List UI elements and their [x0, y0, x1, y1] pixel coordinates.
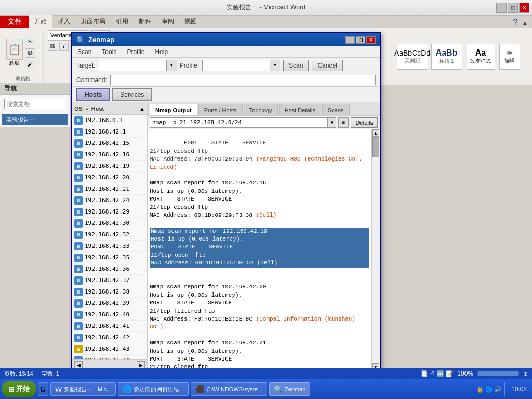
menu-help[interactable]: Help [152, 47, 171, 57]
host-ip-label: 192.168.42.42 [85, 334, 129, 341]
word-tab-review[interactable]: 审阅 [156, 15, 179, 28]
list-item[interactable]: 🖥 192.168.42.20 [72, 172, 147, 183]
menu-tools[interactable]: Tools [99, 47, 119, 57]
hosts-button[interactable]: Hosts [76, 88, 110, 101]
list-item[interactable]: 🖥 192.168.42.35 [72, 252, 147, 263]
taskbar-cmd-btn[interactable]: ⬛ C:\WINDOWS\syste... [191, 382, 267, 396]
tab-ports-hosts[interactable]: Ports / Hosts [198, 104, 243, 115]
host-list-scroll-up[interactable]: ▲ [139, 105, 145, 112]
tab-scans[interactable]: Scans [322, 104, 350, 115]
format-painter-btn[interactable]: 🖌 [25, 60, 35, 69]
taskbar-show-desktop[interactable]: 🖥 [38, 382, 48, 396]
profile-dropdown-arrow[interactable]: ▼ [270, 60, 280, 71]
profile-input[interactable] [202, 60, 280, 71]
style-normal[interactable]: AaBbCcDd 无间距 [397, 44, 428, 70]
zenmap-minimize-btn[interactable]: _ [345, 36, 355, 44]
cancel-button[interactable]: Cancel [312, 60, 342, 71]
tab-host-details[interactable]: Host Details [279, 104, 321, 115]
list-item[interactable]: 🖥 192.168.42.36 [72, 263, 147, 275]
taskbar-ie-btn[interactable]: 🌐 您访问的网页出错... [118, 382, 189, 396]
word-taskbar-icon: W [55, 385, 62, 393]
paste-btn[interactable]: 📋 粘贴 [6, 39, 23, 67]
scan-button[interactable]: Scan [283, 60, 309, 71]
cut-btn[interactable]: ✂ [25, 37, 35, 46]
list-item[interactable]: 🖥 192.168.42.43 [72, 343, 147, 355]
word-tab-mail[interactable]: 邮件 [134, 15, 156, 28]
taskbar-zenmap-label: Zenmap [285, 386, 305, 392]
italic-btn[interactable]: I [59, 42, 69, 51]
edit-btn[interactable]: ✏ 编辑 [499, 44, 520, 70]
menu-profile[interactable]: Profile [124, 47, 148, 57]
nav-tree-item-report[interactable]: 实验报告一 [2, 114, 68, 125]
list-item[interactable]: 🖥 192.168.42.29 [72, 206, 147, 218]
zenmap-maximize-btn[interactable]: ◻ [356, 36, 365, 44]
list-item[interactable]: 🖥 192.168.42.21 [72, 183, 147, 195]
nmap-output-text[interactable]: PORT STATE SERVICE 21/tcp closed ftp MAC… [148, 129, 371, 370]
list-item[interactable]: 🖥 192.168.42.42 [72, 332, 147, 343]
word-tab-insert[interactable]: 插入 [52, 15, 75, 28]
word-tab-refs[interactable]: 引用 [111, 15, 134, 28]
list-item[interactable]: 🖥 192.168.0.1 [72, 115, 147, 126]
taskbar-zenmap-btn[interactable]: 🔍 Zenmap [269, 382, 310, 396]
zoom-slider[interactable] [477, 371, 519, 376]
copy-btn[interactable]: ⧉ [25, 48, 35, 58]
list-item[interactable]: 🖥 192.168.42.19 [72, 161, 147, 172]
word-help-icon[interactable]: ? [513, 17, 518, 28]
services-button[interactable]: Services [112, 88, 152, 101]
nav-search-input[interactable] [4, 99, 65, 109]
zenmap-target-toolbar: Target: 192.168.42.0/24 ▼ Profile: ▼ Sca… [72, 58, 380, 73]
word-window-controls: _ ◻ ✕ [496, 3, 529, 13]
list-item[interactable]: 🖥 192.168.42.24 [72, 195, 147, 206]
bold-btn[interactable]: B [48, 42, 57, 51]
target-input[interactable]: 192.168.42.0/24 [99, 60, 177, 71]
menu-scan[interactable]: Scan [74, 47, 95, 57]
host-os-icon: 🖥 [74, 219, 83, 228]
taskbar-word-btn[interactable]: W 实验报告一 - Mic... [50, 382, 116, 396]
change-style-btn[interactable]: Aa 改变样式 [467, 44, 495, 70]
details-button[interactable]: Details [351, 117, 378, 128]
list-item[interactable]: 🖥 192.168.42.30 [72, 218, 147, 229]
list-item[interactable]: 🖥 192.168.42.38 [72, 286, 147, 298]
output-line: Nmap scan report for 192.168.42.16 Host … [150, 180, 266, 218]
output-menu-icon[interactable]: ≡ [338, 117, 349, 128]
list-item[interactable]: 🖥 192.168.42.41 [72, 321, 147, 332]
scrollbar-thumb[interactable] [372, 137, 379, 157]
list-item[interactable]: 🖥 192.168.42.32 [72, 229, 147, 241]
zenmap-close-btn[interactable]: ✕ [366, 36, 376, 44]
word-minimize-btn[interactable]: _ [496, 3, 507, 13]
word-titlebar: 实验报告一 - Microsoft Word _ ◻ ✕ [0, 0, 532, 16]
host-ip-label: 192.168.42.35 [85, 254, 129, 261]
word-tab-start[interactable]: 开始 [29, 15, 52, 28]
word-ribbon-toggle[interactable]: ▲ [522, 20, 528, 26]
word-restore-btn[interactable]: ◻ [508, 3, 518, 13]
tab-topology[interactable]: Topology [244, 104, 278, 115]
target-dropdown-arrow[interactable]: ▼ [166, 60, 177, 71]
word-tab-view[interactable]: 视图 [179, 15, 202, 28]
nav-tree: 实验报告一 [2, 114, 68, 125]
target-dropdown-wrapper: 192.168.42.0/24 ▼ [99, 60, 177, 71]
style-heading1[interactable]: AaBb 标题 1 [431, 44, 462, 70]
output-command-display[interactable]: nmap -p 21 192.168.42.0/24 [150, 117, 328, 128]
zenmap-window-controls: _ ◻ ✕ [345, 36, 376, 44]
host-ip-label: 192.168.42.21 [85, 185, 129, 192]
word-file-tab[interactable]: 文件 [0, 16, 29, 28]
zenmap-main-content: OS ▲ Host ▲ 🖥 192.168.0.1 🖥 192.168.42.1… [72, 102, 380, 370]
list-item[interactable]: 🖥 192.168.42.44 [72, 355, 147, 359]
list-item[interactable]: 🖥 192.168.42.33 [72, 241, 147, 252]
list-item[interactable]: 🖥 192.168.42.37 [72, 275, 147, 286]
start-button[interactable]: ⊞ 开始 [2, 381, 36, 397]
output-scrollbar[interactable]: ▲ ▼ [371, 129, 380, 370]
word-close-btn[interactable]: ✕ [519, 3, 529, 13]
word-tab-layout[interactable]: 页面布局 [75, 15, 111, 28]
list-item[interactable]: 🖥 192.168.42.1 [72, 126, 147, 138]
list-item[interactable]: 🖥 192.168.42.40 [72, 309, 147, 321]
command-input[interactable]: nmap -p 21 192.168.42.0/24 [110, 75, 376, 85]
list-item[interactable]: 🖥 192.168.42.15 [72, 138, 147, 149]
list-item[interactable]: 🖥 192.168.42.16 [72, 149, 147, 161]
zoom-in-icon[interactable]: ⊕ [523, 370, 528, 377]
host-ip-label: 192.168.42.38 [85, 288, 129, 295]
tab-nmap-output[interactable]: Nmap Output [150, 104, 197, 115]
output-command-dropdown[interactable]: ▼ [328, 117, 336, 128]
list-item[interactable]: 🖥 192.168.42.39 [72, 298, 147, 309]
scrollbar-up-btn[interactable]: ▲ [372, 129, 379, 137]
